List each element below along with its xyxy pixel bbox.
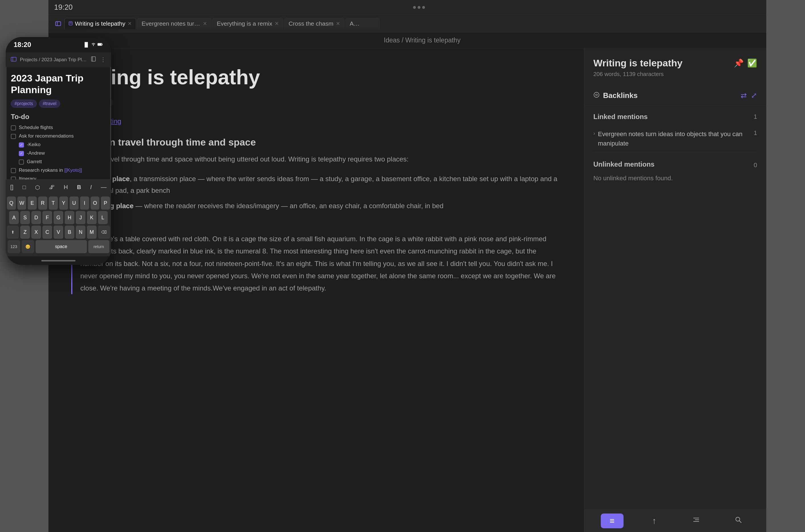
toolbar-italic-icon[interactable]: I: [90, 184, 92, 191]
checkbox-5[interactable]: [19, 159, 24, 165]
tab-writing-is-telepathy[interactable]: Writing is telepathy ✕: [64, 18, 136, 29]
key-emoji[interactable]: 😊: [22, 240, 34, 253]
phone-more-icon[interactable]: ⋮: [100, 56, 106, 63]
tab-close-4[interactable]: ✕: [336, 20, 340, 27]
key-q[interactable]: Q: [7, 196, 16, 210]
checkbox-1[interactable]: [11, 125, 16, 130]
key-y[interactable]: Y: [59, 196, 68, 210]
key-z[interactable]: Z: [20, 226, 30, 239]
key-c[interactable]: C: [42, 226, 52, 239]
tab-close-2[interactable]: ✕: [203, 20, 207, 27]
sidebar-toggle-button[interactable]: [53, 19, 63, 29]
key-j[interactable]: J: [76, 211, 86, 224]
key-w[interactable]: W: [17, 196, 26, 210]
todo-item-7[interactable]: Itinerary: [11, 176, 106, 179]
key-o[interactable]: O: [91, 196, 100, 210]
tab-a[interactable]: A…: [345, 18, 380, 29]
key-e[interactable]: E: [27, 196, 37, 210]
key-b[interactable]: B: [65, 226, 74, 239]
footer-sort-button[interactable]: ↑: [643, 513, 666, 528]
quote-section: Look- here's a table covered with red cl…: [71, 233, 561, 294]
checkbox-3[interactable]: ✓: [19, 142, 24, 148]
key-k[interactable]: K: [87, 211, 97, 224]
keyboard-row-3: ⬆ Z X C V B N M ⌫: [7, 226, 110, 239]
svg-rect-15: [91, 57, 95, 61]
toolbar-attach-icon[interactable]: 🖇: [49, 184, 55, 191]
no-unlinked-text: No unlinked mentions found.: [593, 175, 757, 182]
footer-indent-button[interactable]: [685, 513, 708, 528]
key-m[interactable]: M: [87, 226, 97, 239]
key-s[interactable]: S: [20, 211, 30, 224]
todo-item-1[interactable]: Schedule flights: [11, 125, 106, 130]
backlinks-icon: [593, 91, 600, 100]
checkbox-4[interactable]: ✓: [19, 151, 24, 156]
key-123[interactable]: 123: [8, 240, 20, 253]
checkbox-6[interactable]: [11, 168, 16, 173]
nav-bar: ← → Ideas / Writing is telepathy: [49, 33, 766, 49]
linked-section-header: Linked mentions 1: [593, 113, 757, 121]
key-t[interactable]: T: [49, 196, 58, 210]
key-h[interactable]: H: [65, 211, 74, 224]
editor-area[interactable]: Writing is telepathy #evergreen From On …: [49, 49, 584, 532]
key-g[interactable]: G: [54, 211, 63, 224]
toolbar-heading-icon[interactable]: H: [64, 184, 68, 191]
kyoto-link[interactable]: [[Kyoto]]: [64, 168, 82, 173]
key-u[interactable]: U: [70, 196, 79, 210]
toolbar-box-icon[interactable]: □: [22, 184, 26, 191]
checkbox-7[interactable]: [11, 176, 16, 179]
todo-item-5[interactable]: Garrett: [11, 159, 106, 165]
backlinks-expand-icon[interactable]: ⤢: [751, 91, 757, 100]
tab-close-1[interactable]: ✕: [128, 20, 132, 27]
todo-item-2[interactable]: Ask for recommendations: [11, 133, 106, 139]
checkbox-2[interactable]: [11, 134, 16, 139]
key-i[interactable]: I: [80, 196, 89, 210]
todo-item-6[interactable]: Research ryokans in [[Kyoto]]: [11, 168, 106, 173]
phone-sidebar-icon[interactable]: [11, 56, 17, 63]
tab-everything[interactable]: Everything is a remix ✕: [212, 18, 283, 29]
phone-book-icon[interactable]: [91, 56, 96, 63]
todo-item-3[interactable]: ✓ -Keiko: [11, 142, 106, 148]
pin-icon[interactable]: 📌: [734, 58, 744, 68]
dot3: [422, 6, 425, 9]
key-v[interactable]: V: [54, 226, 63, 239]
footer-outline-button[interactable]: ≡: [601, 513, 623, 528]
toolbar-tag-icon[interactable]: ⬡: [35, 184, 40, 191]
key-shift[interactable]: ⬆: [7, 226, 19, 239]
backlinks-swap-icon[interactable]: ⇄: [741, 91, 747, 100]
key-return[interactable]: return: [88, 240, 109, 253]
key-r[interactable]: R: [38, 196, 47, 210]
phone: 18:20 ▐▌ Projects / 2023 Japan Trip Pl… …: [6, 37, 111, 265]
key-l[interactable]: L: [98, 211, 108, 224]
search-icon: [734, 516, 742, 526]
key-a[interactable]: A: [9, 211, 19, 224]
footer-search-button[interactable]: [727, 513, 750, 528]
toolbar-bold-icon[interactable]: B: [77, 184, 81, 191]
breadcrumb-parent: Ideas: [384, 36, 400, 44]
tab-bar: Writing is telepathy ✕ Evergreen notes t…: [49, 15, 766, 33]
todo-item-4[interactable]: ✓ -Andrew: [11, 150, 106, 156]
linked-item-num: 1: [754, 129, 757, 137]
tab-cross-chasm[interactable]: Cross the chasm ✕: [284, 18, 344, 29]
panel-title: Writing is telepathy 📌 ✅: [593, 58, 757, 69]
key-d[interactable]: D: [31, 211, 41, 224]
key-p[interactable]: P: [101, 196, 110, 210]
section-heading-1: Ideas can travel through time and space: [71, 137, 561, 148]
key-x[interactable]: X: [31, 226, 41, 239]
phone-tag-projects[interactable]: #projects: [11, 100, 37, 108]
linked-mentions-count: 1: [754, 113, 757, 120]
linked-item-1[interactable]: › Evergreen notes turn ideas into object…: [593, 125, 757, 152]
toolbar-strike-icon[interactable]: —: [101, 184, 107, 191]
indent-icon: [692, 516, 700, 526]
panel-title-text: Writing is telepathy: [593, 58, 682, 69]
tab-evergreen[interactable]: Evergreen notes turn id… ✕: [137, 18, 211, 29]
phone-tag-travel[interactable]: #travel: [39, 100, 60, 108]
key-space[interactable]: space: [36, 240, 87, 253]
key-f[interactable]: F: [42, 211, 52, 224]
sort-icon: ↑: [652, 516, 656, 526]
key-n[interactable]: N: [76, 226, 86, 239]
tab-close-3[interactable]: ✕: [275, 20, 279, 27]
check-icon[interactable]: ✅: [747, 58, 757, 68]
toolbar-brackets-icon[interactable]: []: [10, 184, 13, 191]
key-backspace[interactable]: ⌫: [98, 226, 110, 239]
todo-text-3: -Keiko: [27, 142, 40, 148]
